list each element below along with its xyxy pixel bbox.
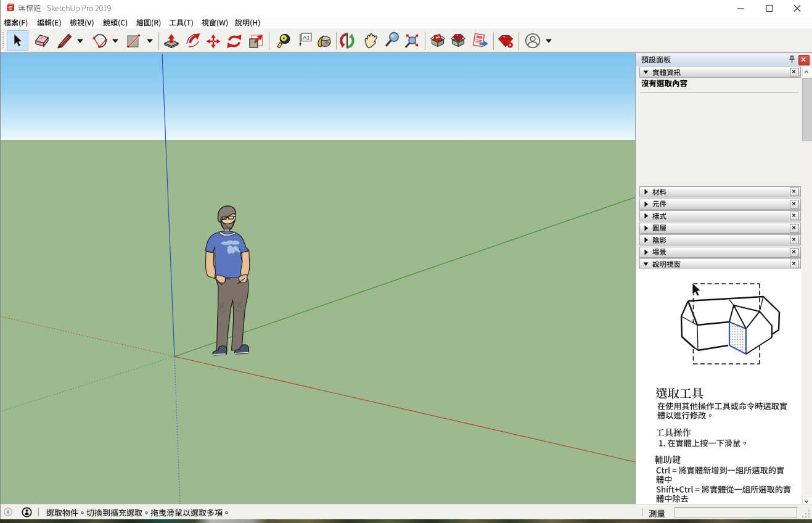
svg-text:A1: A1 <box>303 34 310 41</box>
